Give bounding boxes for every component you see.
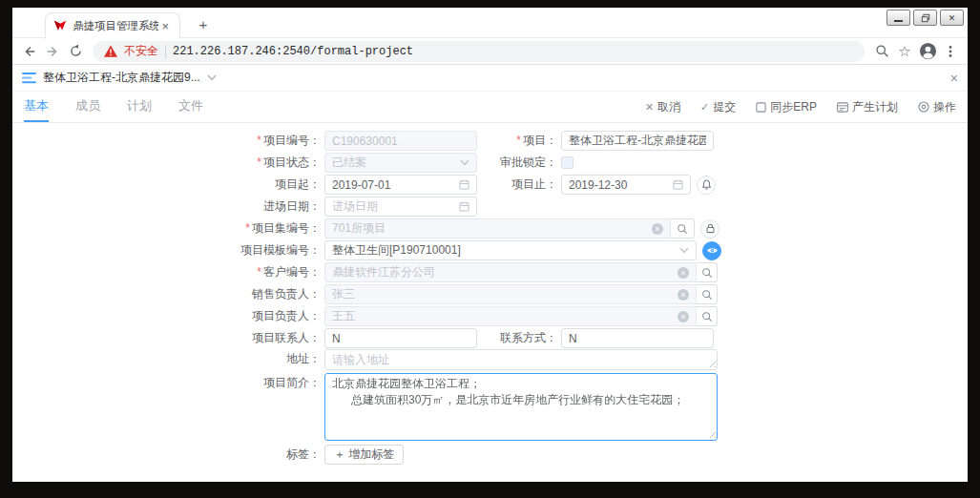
browser-tab[interactable]: 鼎捷项目管理系统 × (45, 12, 180, 39)
window-minimize-button[interactable] (886, 10, 910, 26)
project-end-date-input[interactable]: 2019-12-30 (561, 175, 691, 195)
project-status-select[interactable]: 已结案 (324, 153, 477, 173)
refresh-icon (69, 44, 83, 58)
tags-label: 标签： (12, 445, 324, 465)
customer-search-button[interactable] (697, 262, 718, 282)
tab-plan[interactable]: 计划 (127, 92, 152, 122)
contact-info-label: 联系方式： (477, 328, 561, 348)
tab-close-icon[interactable]: × (158, 19, 172, 33)
sales-manager-search-button[interactable] (697, 284, 718, 304)
project-manager-search-button[interactable] (697, 306, 718, 326)
browser-menu-button[interactable] (939, 40, 962, 63)
clear-icon[interactable]: × (678, 311, 689, 322)
project-template-no-select[interactable]: 整体卫生间[P190710001] (324, 240, 697, 260)
project-no-label: *项目编号： (12, 131, 324, 151)
project-end-label: 项目止： (477, 175, 561, 195)
eye-icon (706, 246, 719, 255)
star-icon: ☆ (898, 43, 910, 60)
clear-icon[interactable]: × (678, 289, 689, 301)
operate-target-icon (918, 101, 929, 113)
address-label: 地址： (12, 349, 324, 369)
url-bar[interactable]: 不安全 221.226.187.246:2540/formal-project (93, 41, 865, 62)
project-name-input[interactable]: 整体卫浴工程-北京鼎捷花园 (561, 131, 714, 151)
project-manager-input[interactable]: 王五 × (324, 306, 697, 326)
project-set-lock-button[interactable] (700, 219, 719, 239)
calendar-icon (459, 201, 469, 212)
sync-erp-button[interactable]: 同步ERP (756, 99, 817, 115)
approval-lock-label: 审批锁定： (477, 153, 561, 173)
approval-lock-checkbox[interactable] (561, 156, 573, 169)
entry-date-input[interactable]: 进场日期 (324, 197, 477, 217)
reminder-bell-button[interactable] (697, 176, 716, 195)
project-title[interactable]: 整体卫浴工程-北京鼎捷花园9... (43, 70, 200, 86)
calendar-icon (673, 179, 683, 190)
submit-button[interactable]: ✓ 提交 (700, 99, 736, 115)
project-set-no-input[interactable]: 701所项目 × (324, 218, 671, 239)
browser-toolbar: 不安全 221.226.187.246:2540/formal-project … (12, 38, 968, 65)
tab-members[interactable]: 成员 (75, 92, 100, 122)
url-separator (165, 45, 166, 58)
new-tab-button[interactable]: + (192, 15, 215, 34)
chevron-down-icon[interactable] (207, 74, 217, 81)
project-set-no-label: *项目集编号： (12, 218, 324, 239)
project-list-icon[interactable] (22, 72, 36, 84)
clear-icon[interactable]: × (678, 267, 689, 279)
contact-info-input[interactable]: N (561, 328, 714, 348)
clear-icon[interactable]: × (652, 223, 663, 235)
address-textarea[interactable] (324, 349, 718, 370)
customer-no-label: *客户编号： (12, 262, 324, 282)
project-status-label: *项目状态： (12, 153, 324, 173)
customer-no-input[interactable]: 鼎捷软件江苏分公司 × (324, 262, 697, 282)
cancel-button[interactable]: ✕ 取消 (645, 99, 680, 115)
sales-manager-field: 张三 × (324, 284, 718, 304)
profile-avatar-button[interactable] (916, 40, 939, 63)
app-content: 整体卫浴工程-北京鼎捷花园9... × 基本 成员 计划 文件 ✕ 取消 ✓ 提… (12, 65, 968, 482)
tab-files[interactable]: 文件 (178, 92, 203, 122)
back-button[interactable] (18, 40, 41, 63)
browser-tabstrip: 鼎捷项目管理系统 × + ✕ (12, 8, 968, 38)
template-preview-button[interactable] (702, 241, 721, 260)
bell-icon (701, 179, 712, 190)
search-icon (701, 267, 713, 279)
sales-manager-input[interactable]: 张三 × (324, 284, 697, 304)
project-intro-label: 项目简介： (12, 373, 324, 393)
forward-button[interactable] (41, 40, 64, 63)
project-name-label: *项目： (477, 131, 561, 151)
forward-arrow-icon (45, 44, 60, 59)
app-header: 整体卫浴工程-北京鼎捷花园9... × (12, 65, 968, 92)
project-no-input[interactable]: C190630001 (324, 131, 477, 151)
back-arrow-icon (22, 44, 37, 59)
operate-button[interactable]: 操作 (918, 99, 956, 115)
window-close-button[interactable]: ✕ (940, 10, 964, 26)
project-manager-label: 项目负责人： (12, 306, 324, 326)
restore-icon (921, 13, 930, 23)
project-basic-form: *项目编号： C190630001 *项目： 整体卫浴工程-北京鼎捷花园 *项目… (12, 123, 968, 466)
window-restore-button[interactable] (913, 10, 937, 26)
app-tabbar: 基本 成员 计划 文件 ✕ 取消 ✓ 提交 同步ERP 产生 (12, 92, 968, 123)
browser-window: 鼎捷项目管理系统 × + ✕ 不安全 221.226.187.246:2540/… (12, 8, 968, 482)
not-secure-warning-icon (104, 45, 117, 57)
refresh-button[interactable] (64, 40, 87, 63)
customer-no-field: 鼎捷软件江苏分公司 × (324, 262, 718, 282)
sync-square-icon (756, 102, 766, 113)
page-close-icon[interactable]: × (950, 72, 958, 85)
project-start-date-input[interactable]: 2019-07-01 (324, 175, 477, 195)
lock-icon (705, 223, 716, 234)
project-set-search-button[interactable] (671, 218, 695, 239)
project-set-no-field: 701所项目 × (324, 218, 695, 239)
search-icon (701, 311, 713, 322)
generate-plan-button[interactable]: 产生计划 (837, 99, 898, 115)
search-icon (701, 289, 713, 301)
close-icon: ✕ (949, 13, 956, 23)
add-tag-button[interactable]: ＋ 增加标签 (324, 445, 404, 465)
sales-manager-label: 销售负责人： (12, 284, 324, 304)
project-intro-textarea[interactable]: 北京鼎捷花园整体卫浴工程； 总建筑面积30万㎡，是北京市近年房地产行业鲜有的大住… (324, 373, 718, 441)
page-zoom-button[interactable] (870, 40, 893, 63)
project-template-no-label: 项目模板编号： (12, 240, 324, 260)
entry-date-label: 进场日期： (12, 197, 324, 217)
project-manager-field: 王五 × (324, 306, 718, 326)
browser-tab-title: 鼎捷项目管理系统 (73, 19, 158, 33)
tab-basic[interactable]: 基本 (24, 92, 49, 122)
bookmark-star-button[interactable]: ☆ (893, 40, 916, 63)
project-contact-input[interactable]: N (324, 328, 477, 348)
